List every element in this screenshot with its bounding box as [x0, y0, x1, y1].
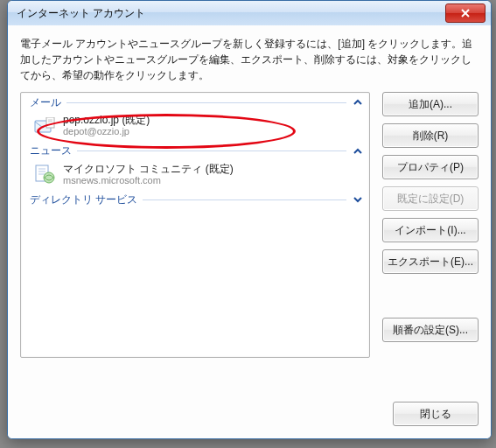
section-header-mail[interactable]: メール — [21, 93, 369, 112]
item-title: マイクロソフト コミュニティ (既定) — [63, 163, 234, 175]
section-header-news[interactable]: ニュース — [21, 142, 369, 161]
svg-rect-3 — [46, 117, 54, 128]
accounts-list[interactable]: メール p — [20, 92, 370, 358]
divider — [143, 200, 346, 200]
item-title: pop.ozzio.jp (既定) — [63, 114, 150, 126]
section-label: ディレクトリ サービス — [30, 192, 137, 207]
item-subtitle: msnews.microsoft.com — [63, 175, 234, 186]
svg-point-10 — [44, 172, 54, 183]
list-item[interactable]: マイクロソフト コミュニティ (既定) msnews.microsoft.com — [21, 161, 369, 191]
list-item[interactable]: pop.ozzio.jp (既定) depot@ozzio.jp — [21, 112, 369, 142]
divider — [66, 102, 346, 103]
set-default-button: 既定に設定(D) — [382, 186, 479, 211]
titlebar[interactable]: インターネット アカウント — [8, 1, 491, 26]
import-button[interactable]: インポート(I)... — [382, 218, 479, 242]
item-subtitle: depot@ozzio.jp — [63, 126, 150, 137]
section-header-directory[interactable]: ディレクトリ サービス — [21, 190, 369, 209]
dialog-body: 電子メール アカウントやニュースグループを新しく登録するには、[追加] をクリッ… — [8, 25, 491, 438]
properties-button[interactable]: プロパティ(P) — [382, 155, 479, 179]
mail-account-icon — [33, 115, 56, 137]
divider — [77, 150, 346, 151]
button-column: 追加(A)... 削除(R) プロパティ(P) 既定に設定(D) インポート(I… — [382, 92, 479, 358]
news-account-icon — [33, 163, 56, 186]
dialog-footer: 閉じる — [393, 402, 479, 426]
add-button[interactable]: 追加(A)... — [382, 92, 479, 116]
close-dialog-button[interactable]: 閉じる — [393, 402, 479, 426]
window-title: インターネット アカウント — [8, 6, 145, 21]
section-label: ニュース — [30, 144, 72, 158]
set-order-button[interactable]: 順番の設定(S)... — [382, 318, 479, 342]
export-button[interactable]: エクスポート(E)... — [382, 249, 479, 274]
chevron-down-icon — [352, 193, 364, 206]
close-icon — [460, 8, 471, 18]
remove-button[interactable]: 削除(R) — [382, 123, 479, 148]
close-button[interactable] — [445, 4, 486, 23]
section-label: メール — [30, 95, 61, 110]
chevron-up-icon — [352, 96, 364, 108]
instruction-text: 電子メール アカウントやニュースグループを新しく登録するには、[追加] をクリッ… — [20, 36, 479, 83]
content-row: メール p — [20, 92, 479, 358]
dialog-window: インターネット アカウント 電子メール アカウントやニュースグループを新しく登録… — [7, 0, 492, 439]
chevron-up-icon — [352, 145, 364, 158]
